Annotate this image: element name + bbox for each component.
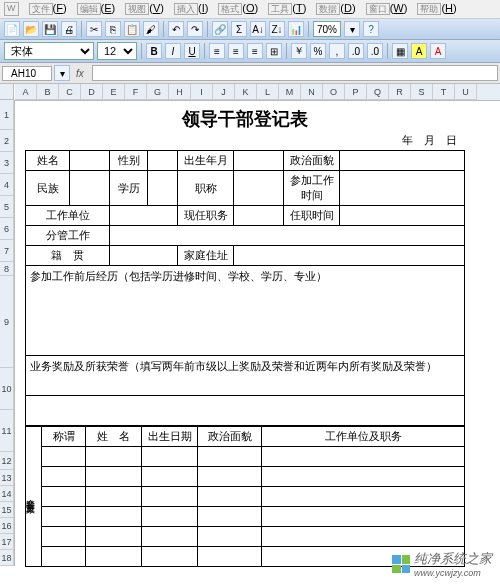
- font-color-icon[interactable]: A: [430, 43, 446, 59]
- col-header[interactable]: T: [433, 84, 455, 100]
- value-ethnic[interactable]: [70, 171, 110, 206]
- menu-help[interactable]: 帮助(H): [417, 2, 456, 16]
- col-header[interactable]: J: [213, 84, 235, 100]
- increase-decimal-icon[interactable]: .0: [348, 43, 364, 59]
- zoom-dropdown-icon[interactable]: ▾: [344, 21, 360, 37]
- row-header[interactable]: 7: [0, 240, 14, 262]
- cut-icon[interactable]: ✂: [86, 21, 102, 37]
- help-icon[interactable]: ?: [363, 21, 379, 37]
- merge-cells-icon[interactable]: ⊞: [266, 43, 282, 59]
- undo-icon[interactable]: ↶: [168, 21, 184, 37]
- col-header[interactable]: S: [411, 84, 433, 100]
- zoom-value[interactable]: 70%: [313, 21, 341, 37]
- col-header[interactable]: U: [455, 84, 477, 100]
- col-header[interactable]: O: [323, 84, 345, 100]
- percent-icon[interactable]: %: [310, 43, 326, 59]
- menu-file[interactable]: 文件(F): [29, 2, 67, 16]
- menu-view[interactable]: 视图(V): [125, 2, 164, 16]
- row-header[interactable]: 8: [0, 262, 14, 276]
- section-awards[interactable]: 业务奖励及所获荣誉（填写两年前市级以上奖励及荣誉和近两年内所有奖励及荣誉）: [25, 356, 465, 396]
- new-icon[interactable]: 📄: [4, 21, 20, 37]
- value-native-place[interactable]: [110, 246, 178, 266]
- col-header[interactable]: G: [147, 84, 169, 100]
- sort-asc-icon[interactable]: A↓: [250, 21, 266, 37]
- sum-icon[interactable]: Σ: [231, 21, 247, 37]
- select-all-corner[interactable]: [0, 84, 14, 100]
- col-header[interactable]: L: [257, 84, 279, 100]
- underline-button[interactable]: U: [184, 43, 200, 59]
- value-home-addr[interactable]: [234, 246, 465, 266]
- row-header[interactable]: 5: [0, 196, 14, 218]
- paste-icon[interactable]: 📋: [124, 21, 140, 37]
- col-header[interactable]: I: [191, 84, 213, 100]
- open-icon[interactable]: 📂: [23, 21, 39, 37]
- comma-icon[interactable]: ,: [329, 43, 345, 59]
- fill-color-icon[interactable]: A: [411, 43, 427, 59]
- menu-data[interactable]: 数据(D): [316, 2, 355, 16]
- value-politics[interactable]: [340, 151, 465, 171]
- col-header[interactable]: B: [37, 84, 59, 100]
- col-header[interactable]: C: [59, 84, 81, 100]
- row-header[interactable]: 18: [0, 550, 14, 566]
- format-painter-icon[interactable]: 🖌: [143, 21, 159, 37]
- fx-icon[interactable]: fx: [70, 68, 90, 79]
- align-left-icon[interactable]: ≡: [209, 43, 225, 59]
- menu-insert[interactable]: 插入(I): [174, 2, 208, 16]
- cellref-dropdown-icon[interactable]: ▾: [54, 65, 70, 81]
- save-icon[interactable]: 💾: [42, 21, 58, 37]
- print-icon[interactable]: 🖨: [61, 21, 77, 37]
- col-header[interactable]: D: [81, 84, 103, 100]
- redo-icon[interactable]: ↷: [187, 21, 203, 37]
- decrease-decimal-icon[interactable]: .0: [367, 43, 383, 59]
- value-education[interactable]: [148, 171, 178, 206]
- align-right-icon[interactable]: ≡: [247, 43, 263, 59]
- col-header[interactable]: K: [235, 84, 257, 100]
- menu-tools[interactable]: 工具(T): [268, 2, 306, 16]
- font-size-select[interactable]: 12: [97, 42, 137, 60]
- copy-icon[interactable]: ⎘: [105, 21, 121, 37]
- col-header[interactable]: P: [345, 84, 367, 100]
- row-header[interactable]: 13: [0, 470, 14, 486]
- value-join-time[interactable]: [340, 171, 465, 206]
- col-header[interactable]: N: [301, 84, 323, 100]
- value-title[interactable]: [234, 171, 284, 206]
- italic-button[interactable]: I: [165, 43, 181, 59]
- col-header[interactable]: E: [103, 84, 125, 100]
- row-header[interactable]: 12: [0, 452, 14, 470]
- value-birth[interactable]: [234, 151, 284, 171]
- font-name-select[interactable]: 宋体: [4, 42, 94, 60]
- align-center-icon[interactable]: ≡: [228, 43, 244, 59]
- row-header[interactable]: 15: [0, 502, 14, 518]
- formula-input[interactable]: [92, 65, 498, 81]
- col-header[interactable]: H: [169, 84, 191, 100]
- menu-window[interactable]: 窗口(W): [366, 2, 408, 16]
- currency-icon[interactable]: ￥: [291, 43, 307, 59]
- chart-icon[interactable]: 📊: [288, 21, 304, 37]
- value-sex[interactable]: [148, 151, 178, 171]
- row-header[interactable]: 2: [0, 130, 14, 152]
- row-header[interactable]: 4: [0, 174, 14, 196]
- col-header[interactable]: R: [389, 84, 411, 100]
- section-blank[interactable]: [25, 396, 465, 426]
- bold-button[interactable]: B: [146, 43, 162, 59]
- col-header[interactable]: A: [15, 84, 37, 100]
- row-header[interactable]: 3: [0, 152, 14, 174]
- row-header[interactable]: 14: [0, 486, 14, 502]
- row-header[interactable]: 16: [0, 518, 14, 534]
- menu-edit[interactable]: 编辑(E): [77, 2, 116, 16]
- row-header[interactable]: 10: [0, 368, 14, 410]
- row-header[interactable]: 6: [0, 218, 14, 240]
- value-in-charge[interactable]: [110, 226, 465, 246]
- menu-format[interactable]: 格式(O): [218, 2, 258, 16]
- row-header[interactable]: 9: [0, 276, 14, 368]
- col-header[interactable]: Q: [367, 84, 389, 100]
- value-position[interactable]: [234, 206, 284, 226]
- row-header[interactable]: 11: [0, 410, 14, 452]
- section-work-history[interactable]: 参加工作前后经历（包括学历进修时间、学校、学历、专业）: [25, 266, 465, 356]
- cell-reference[interactable]: AH10: [2, 66, 52, 81]
- row-header[interactable]: 1: [0, 100, 14, 130]
- sort-desc-icon[interactable]: Z↓: [269, 21, 285, 37]
- row-header[interactable]: 17: [0, 534, 14, 550]
- value-name[interactable]: [70, 151, 110, 171]
- hyperlink-icon[interactable]: 🔗: [212, 21, 228, 37]
